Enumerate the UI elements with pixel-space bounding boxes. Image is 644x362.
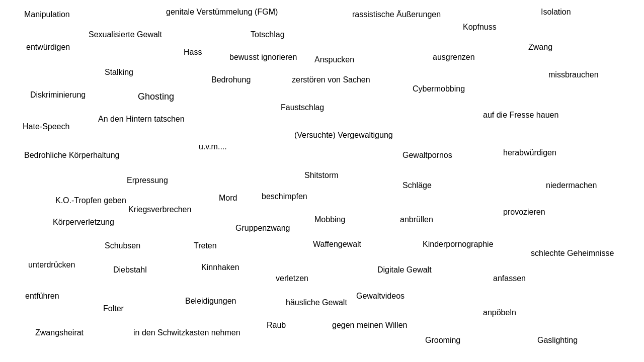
word-item: entwürdigen	[26, 43, 70, 52]
word-item: Totschlag	[251, 30, 285, 39]
word-item: unterdrücken	[28, 260, 75, 269]
word-item: Kriegsverbrechen	[128, 205, 191, 214]
word-item: Beleidigungen	[185, 297, 236, 306]
word-item: entführen	[25, 292, 59, 301]
word-item: Schubsen	[105, 241, 140, 250]
word-item: Bedrohung	[211, 75, 251, 84]
word-item: Gaslighting	[537, 336, 578, 345]
word-cloud: Manipulationgenitale Verstümmelung (FGM)…	[0, 0, 644, 362]
word-item: Grooming	[425, 336, 460, 345]
word-item: Cybermobbing	[413, 84, 465, 94]
word-item: Hate-Speech	[23, 122, 69, 131]
word-item: Raub	[267, 321, 286, 330]
word-item: verletzen	[276, 274, 308, 283]
word-item: beschimpfen	[262, 192, 307, 201]
word-item: Mobbing	[314, 215, 345, 224]
word-item: Stalking	[105, 68, 133, 77]
word-item: u.v.m....	[199, 142, 227, 151]
word-item: schlechte Geheimnisse	[531, 249, 614, 258]
word-item: K.O.-Tropfen geben	[55, 196, 126, 205]
word-item: Treten	[194, 241, 217, 250]
word-item: missbrauchen	[548, 70, 599, 79]
word-item: in den Schwitzkasten nehmen	[133, 328, 240, 337]
word-item: Manipulation	[24, 10, 70, 19]
word-item: Folter	[103, 304, 124, 313]
word-item: Zwangsheirat	[35, 328, 84, 337]
word-item: Kopfnuss	[463, 23, 497, 32]
word-item: niedermachen	[546, 181, 597, 190]
word-item: rassistische Äußerungen	[352, 10, 441, 19]
word-item: Erpressung	[127, 176, 168, 185]
word-item: Anspucken	[314, 55, 354, 64]
word-item: Digitale Gewalt	[377, 265, 432, 275]
word-item: bewusst ignorieren	[229, 53, 297, 62]
word-item: Isolation	[541, 8, 571, 17]
word-item: Mord	[219, 194, 237, 203]
word-item: herabwürdigen	[503, 148, 556, 157]
word-item: Kinnhaken	[201, 263, 239, 272]
word-item: anbrüllen	[400, 215, 433, 224]
word-item: häusliche Gewalt	[286, 298, 347, 307]
word-item: zerstören von Sachen	[292, 75, 370, 84]
word-item: Zwang	[528, 43, 552, 52]
word-item: gegen meinen Willen	[332, 321, 407, 330]
word-item: auf die Fresse hauen	[483, 111, 558, 120]
word-item: ausgrenzen	[433, 53, 475, 62]
word-item: Faustschlag	[281, 103, 324, 112]
word-item: Waffengewalt	[313, 240, 361, 249]
word-item: anpöbeln	[483, 308, 516, 317]
word-item: Bedrohliche Körperhaltung	[24, 151, 119, 160]
word-item: Shitstorm	[304, 171, 339, 180]
word-item: Diebstahl	[113, 265, 147, 275]
word-item: Gruppenzwang	[235, 224, 290, 233]
word-item: Körperverletzung	[53, 218, 114, 227]
word-item: Gewaltvideos	[356, 292, 405, 301]
word-item: (Versuchte) Vergewaltigung	[294, 131, 393, 140]
word-item: Schläge	[403, 181, 432, 190]
word-item: Kinderpornographie	[423, 240, 494, 249]
word-item: Ghosting	[138, 92, 174, 102]
word-item: Hass	[184, 48, 202, 57]
word-item: anfassen	[493, 274, 526, 283]
word-item: Diskriminierung	[30, 90, 86, 100]
word-item: provozieren	[503, 208, 545, 217]
word-item: Gewaltpornos	[403, 151, 452, 160]
word-item: Sexualisierte Gewalt	[89, 30, 162, 39]
word-item: genitale Verstümmelung (FGM)	[166, 8, 278, 17]
word-item: An den Hintern tatschen	[98, 115, 185, 124]
